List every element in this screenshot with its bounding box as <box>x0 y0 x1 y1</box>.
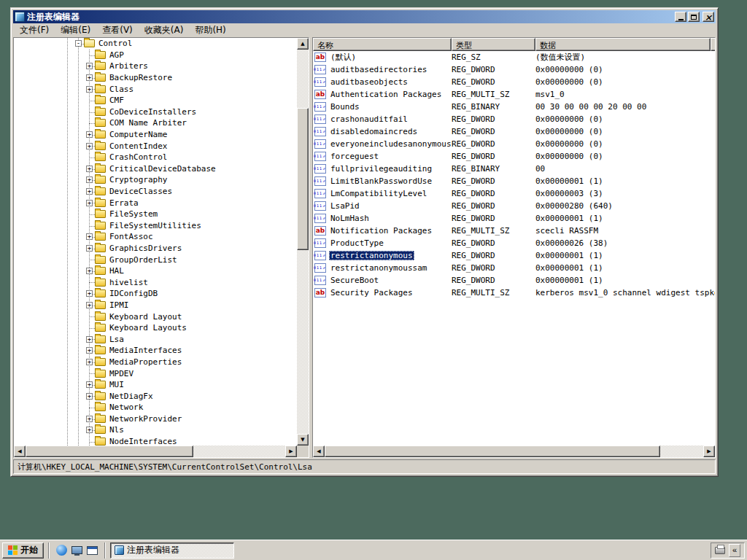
expand-icon[interactable]: + <box>86 86 93 93</box>
expand-icon[interactable]: + <box>86 336 93 343</box>
scroll-left-button[interactable] <box>313 446 325 457</box>
tree-item-errata[interactable]: +Errata <box>14 197 297 209</box>
tree-item-mediaproperties[interactable]: +MediaProperties <box>14 357 297 368</box>
scroll-track[interactable] <box>325 446 703 457</box>
close-button[interactable] <box>703 12 714 22</box>
expand-icon[interactable]: + <box>86 393 93 400</box>
tray-chevron-button[interactable] <box>729 544 740 557</box>
tree-item-cmf[interactable]: CMF <box>14 95 297 106</box>
registry-value-row-security-packages[interactable]: Security PackagesREG_MULTI_SZkerberos ms… <box>313 287 715 299</box>
scroll-left-button[interactable] <box>14 446 26 457</box>
expand-icon[interactable]: + <box>86 233 93 240</box>
menu-item-view[interactable]: 查看(V) <box>96 23 139 38</box>
tree-item-com-name-arbiter[interactable]: COM Name Arbiter <box>14 117 297 129</box>
registry-value-row-everyoneincludesanonymous[interactable]: everyoneincludesanonymousREG_DWORD0x0000… <box>313 138 715 150</box>
expand-icon[interactable]: + <box>86 416 93 422</box>
tree-item-nls[interactable]: +Nls <box>14 424 297 436</box>
tree-item-hal[interactable]: +HAL <box>14 265 297 277</box>
tree-item-codeviceinstallers[interactable]: CoDeviceInstallers <box>14 106 297 118</box>
tree-horizontal-scrollbar[interactable] <box>14 446 297 457</box>
registry-value-row-lmcompatibilitylevel[interactable]: LmCompatibilityLevelREG_DWORD0x00000003 … <box>313 187 715 200</box>
tree-item-agp[interactable]: AGP <box>14 50 297 61</box>
expand-icon[interactable]: + <box>86 63 93 69</box>
scroll-track[interactable] <box>26 446 285 457</box>
tree-item-nodeinterfaces[interactable]: NodeInterfaces <box>14 436 297 446</box>
menu-item-file[interactable]: 文件(F) <box>14 23 55 38</box>
expand-icon[interactable]: + <box>86 427 93 433</box>
taskbar-task-registry-editor[interactable]: 注册表编辑器 <box>110 542 234 559</box>
expand-icon[interactable]: + <box>86 74 93 81</box>
registry-value-row-lsapid[interactable]: LsaPidREG_DWORD0x00000280 (640) <box>313 200 715 212</box>
maximize-button[interactable] <box>688 12 700 22</box>
registry-value-row-restrictanonymous[interactable]: restrictanonymousREG_DWORD0x00000001 (1) <box>313 249 715 262</box>
registry-value-row-authentication-packages[interactable]: Authentication PackagesREG_MULTI_SZmsv1_… <box>313 88 715 101</box>
tree-item-networkprovider[interactable]: +NetworkProvider <box>14 413 297 425</box>
expand-icon[interactable]: + <box>86 268 93 274</box>
registry-value-row-disabledomaincreds[interactable]: disabledomaincredsREG_DWORD0x00000000 (0… <box>313 125 715 138</box>
expand-icon[interactable]: + <box>86 302 93 308</box>
tree-item-lsa[interactable]: +Lsa <box>14 333 297 345</box>
tree-item-keyboard-layout[interactable]: Keyboard Layout <box>14 311 297 322</box>
scroll-up-button[interactable] <box>297 38 309 50</box>
column-header-type[interactable]: 类型 <box>452 38 535 51</box>
tree-vertical-scrollbar[interactable] <box>297 38 309 446</box>
expand-icon[interactable]: + <box>86 347 93 354</box>
column-header-data[interactable]: 数据 <box>535 38 711 51</box>
tree-item-hivelist[interactable]: hivelist <box>14 276 297 288</box>
tree-item-grouporderlist[interactable]: GroupOrderList <box>14 254 297 265</box>
scroll-thumb[interactable] <box>26 446 193 457</box>
registry-value-row-item[interactable]: (默认)REG_SZ(数值未设置) <box>313 51 715 63</box>
tree-item-keyboard-layouts[interactable]: Keyboard Layouts <box>14 322 297 334</box>
expand-icon[interactable]: + <box>86 188 93 195</box>
expand-icon[interactable]: + <box>86 176 93 183</box>
column-header-name[interactable]: 名称 <box>313 38 452 51</box>
quick-launch-icon-1[interactable] <box>56 545 67 556</box>
start-button[interactable]: 开始 <box>2 542 44 559</box>
tree-item-netdiagfx[interactable]: +NetDiagFx <box>14 390 297 402</box>
tree-item-mui[interactable]: +MUI <box>14 379 297 391</box>
expand-icon[interactable]: + <box>86 290 93 297</box>
tree-item-idconfigdb[interactable]: +IDConfigDB <box>14 288 297 300</box>
registry-value-row-limitblankpassworduse[interactable]: LimitBlankPasswordUseREG_DWORD0x00000001… <box>313 175 715 187</box>
expand-icon[interactable]: + <box>86 245 93 252</box>
tree-item-criticaldevicedatabase[interactable]: +CriticalDeviceDatabase <box>14 163 297 175</box>
tree-item-arbiters[interactable]: +Arbiters <box>14 61 297 72</box>
tree-item-filesystem[interactable]: FileSystem <box>14 209 297 220</box>
tree-item-mpdev[interactable]: MPDEV <box>14 368 297 379</box>
tree-item-graphicsdrivers[interactable]: +GraphicsDrivers <box>14 243 297 254</box>
scroll-down-button[interactable] <box>297 434 309 446</box>
menu-item-edit[interactable]: 编辑(E) <box>55 23 96 38</box>
collapse-icon[interactable]: - <box>75 40 82 47</box>
expand-icon[interactable]: + <box>86 200 93 206</box>
tree-item-mediainterfaces[interactable]: +MediaInterfaces <box>14 345 297 357</box>
tree-item-crashcontrol[interactable]: CrashControl <box>14 152 297 163</box>
registry-value-row-forceguest[interactable]: forceguestREG_DWORD0x00000000 (0) <box>313 150 715 163</box>
tree-item-computername[interactable]: +ComputerName <box>14 129 297 141</box>
tree-item-network[interactable]: Network <box>14 402 297 413</box>
scroll-right-button[interactable] <box>703 446 715 457</box>
tree-item-filesystemutilities[interactable]: FileSystemUtilities <box>14 220 297 232</box>
tray-printer-icon[interactable] <box>715 547 725 554</box>
tree-item-backuprestore[interactable]: +BackupRestore <box>14 72 297 84</box>
scroll-thumb[interactable] <box>325 446 660 457</box>
registry-value-row-fullprivilegeauditing[interactable]: fullprivilegeauditingREG_BINARY00 <box>313 163 715 175</box>
quick-launch-show-desktop-icon[interactable] <box>71 546 82 554</box>
registry-value-row-bounds[interactable]: BoundsREG_BINARY00 30 00 00 00 20 00 00 <box>313 101 715 113</box>
expand-icon[interactable]: + <box>86 166 93 172</box>
scroll-right-button[interactable] <box>285 446 297 457</box>
menu-item-favorites[interactable]: 收藏夹(A) <box>139 23 190 38</box>
registry-value-row-notification-packages[interactable]: Notification PackagesREG_MULTI_SZscecli … <box>313 225 715 237</box>
registry-value-row-nolmhash[interactable]: NoLmHashREG_DWORD0x00000001 (1) <box>313 212 715 225</box>
registry-value-row-auditbaseobjects[interactable]: auditbaseobjectsREG_DWORD0x00000000 (0) <box>313 76 715 88</box>
expand-icon[interactable]: + <box>86 143 93 149</box>
expand-icon[interactable]: + <box>86 381 93 388</box>
tree-item-contentindex[interactable]: +ContentIndex <box>14 140 297 152</box>
list-horizontal-scrollbar[interactable] <box>313 446 715 457</box>
scroll-track[interactable] <box>297 50 309 434</box>
registry-value-row-restrictanonymoussam[interactable]: restrictanonymoussamREG_DWORD0x00000001 … <box>313 262 715 274</box>
scroll-thumb[interactable] <box>297 108 309 250</box>
tree-item-cryptography[interactable]: +Cryptography <box>14 174 297 186</box>
minimize-button[interactable] <box>675 12 686 22</box>
registry-value-row-secureboot[interactable]: SecureBootREG_DWORD0x00000001 (1) <box>313 274 715 287</box>
tree-item-deviceclasses[interactable]: +DeviceClasses <box>14 186 297 198</box>
